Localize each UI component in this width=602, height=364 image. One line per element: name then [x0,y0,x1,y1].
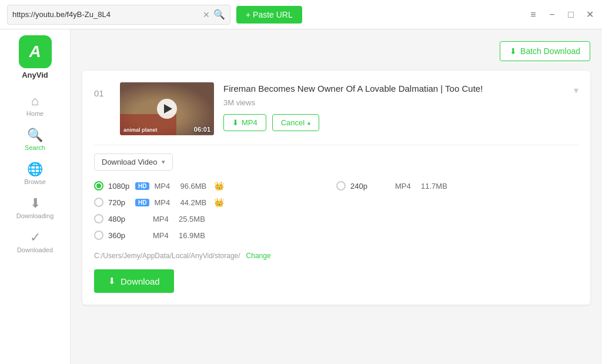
quality-col-right: 240p MP4 11.7MB [336,179,578,242]
video-title: Fireman Becomes New Owner Of A Lovable D… [223,82,564,95]
video-info: Fireman Becomes New Owner Of A Lovable D… [223,82,564,131]
minimize-button[interactable]: − [547,9,557,20]
batch-download-button[interactable]: ⬇ Batch Download [500,41,590,61]
downloading-icon: ⬇ [30,197,41,210]
radio-dot-1080p [96,183,101,188]
quality-row-1080p[interactable]: 1080p HD MP4 96.6MB 👑 [94,179,336,193]
quality-label-240p: 240p [350,182,373,191]
chevron-up-icon: ▴ [307,119,310,126]
thumb-duration: 06:01 [194,126,210,133]
download-btn-label: Download [121,276,160,286]
quality-label-480p: 480p [108,215,131,223]
file-path-row: C:/Users/Jemy/AppData/Local/AnyVid/stora… [94,252,578,260]
quality-label-360p: 360p [108,231,131,240]
search-icon: 🔍 [27,129,43,142]
url-input-wrapper: ✕ 🔍 [7,5,230,25]
radio-1080p[interactable] [94,181,103,191]
file-path-text: C:/Users/Jemy/AppData/Local/AnyVid/stora… [94,252,240,260]
content-area: ⬇ Batch Download 01 animal planet 06:01 [71,29,602,364]
download-btn-icon: ⬇ [108,276,116,286]
quality-grid: 1080p HD MP4 96.6MB 👑 720p HD MP4 [94,179,578,242]
batch-download-label: Batch Download [520,46,580,56]
download-small-icon: ⬇ [232,118,239,127]
sidebar-item-home[interactable]: ⌂ Home [0,89,70,123]
url-input[interactable] [12,10,203,19]
thumb-branding: animal planet [123,127,158,133]
paste-url-button[interactable]: + Paste URL [236,6,302,24]
change-path-link[interactable]: Change [246,252,271,260]
hd-badge-1080p: HD [135,182,149,190]
cancel-button[interactable]: Cancel ▴ [272,114,319,131]
download-options-panel: Download Video ▾ 1080p HD [94,145,578,293]
sidebar: A AnyVid ⌂ Home 🔍 Search 🌐 Browse ⬇ Down… [0,29,71,364]
quality-row-240p[interactable]: 240p MP4 11.7MB [336,179,578,193]
menu-button[interactable]: ≡ [528,9,539,20]
quality-col-left: 1080p HD MP4 96.6MB 👑 720p HD MP4 [94,179,336,242]
quality-label-1080p: 1080p [108,182,131,191]
download-type-label: Download Video [102,158,157,166]
sidebar-item-search[interactable]: 🔍 Search [0,123,70,157]
sidebar-item-downloading[interactable]: ⬇ Downloading [0,191,70,225]
radio-240p[interactable] [336,181,346,191]
radio-480p[interactable] [94,214,103,223]
paste-url-label: + Paste URL [246,10,293,19]
download-type-dropdown[interactable]: Download Video ▾ [94,153,173,171]
video-thumbnail[interactable]: animal planet 06:01 [120,82,214,135]
main-layout: A AnyVid ⌂ Home 🔍 Search 🌐 Browse ⬇ Down… [0,29,602,364]
format-240p: MP4 [395,182,416,191]
batch-download-icon: ⬇ [510,46,517,56]
sidebar-item-downloading-label: Downloading [16,212,54,219]
video-views: 3M views [223,98,564,107]
sidebar-item-downloaded-label: Downloaded [17,246,53,253]
size-720p: 44.2MB [180,198,209,207]
play-triangle-icon [164,104,172,113]
app-name: AnyVid [22,71,48,79]
sidebar-item-search-label: Search [25,144,45,151]
video-header: 01 animal planet 06:01 Fireman Becomes N… [94,82,578,135]
url-clear-button[interactable]: ✕ [203,10,210,19]
video-card: 01 animal planet 06:01 Fireman Becomes N… [82,71,590,305]
url-search-button[interactable]: 🔍 [213,9,225,20]
crown-icon-1080p: 👑 [214,181,224,191]
radio-360p[interactable] [94,231,103,240]
download-button[interactable]: ⬇ Download [94,269,174,293]
download-type-selector: Download Video ▾ [94,153,578,171]
format-360p: MP4 [153,231,174,240]
size-1080p: 96.6MB [180,182,209,191]
logo-letter: A [29,42,41,61]
mp4-label: MP4 [242,118,257,127]
downloaded-icon: ✓ [30,231,41,244]
video-number: 01 [94,82,111,98]
size-240p: 11.7MB [421,182,450,191]
mp4-button[interactable]: ⬇ MP4 [223,114,266,131]
size-360p: 16.9MB [179,231,208,240]
sidebar-item-home-label: Home [26,110,44,117]
format-1080p: MP4 [154,182,175,191]
hd-badge-720p: HD [135,199,149,206]
format-720p: MP4 [154,198,175,207]
crown-icon-720p: 👑 [214,198,224,207]
play-button[interactable] [157,99,177,119]
quality-row-720p[interactable]: 720p HD MP4 44.2MB 👑 [94,195,336,209]
sidebar-item-downloaded[interactable]: ✓ Downloaded [0,225,70,259]
dropdown-arrow-icon: ▾ [162,158,165,166]
home-icon: ⌂ [31,95,39,108]
video-actions: ⬇ MP4 Cancel ▴ [223,114,564,131]
size-480p: 25.5MB [179,215,208,223]
quality-label-720p: 720p [108,198,131,207]
cancel-label: Cancel [281,118,305,127]
maximize-button[interactable]: □ [566,9,576,20]
browse-icon: 🌐 [27,163,43,176]
title-bar: ✕ 🔍 + Paste URL ≡ − □ ✕ [0,0,602,29]
sidebar-item-browse[interactable]: 🌐 Browse [0,157,70,191]
window-controls: ≡ − □ ✕ [528,9,595,20]
close-button[interactable]: ✕ [584,9,595,20]
format-480p: MP4 [153,215,174,223]
info-chevron-icon[interactable]: ▾ [574,82,578,96]
quality-row-360p[interactable]: 360p MP4 16.9MB [94,228,336,242]
quality-row-480p[interactable]: 480p MP4 25.5MB [94,212,336,226]
sidebar-item-browse-label: Browse [24,178,46,185]
app-logo: A [19,35,52,68]
radio-720p[interactable] [94,198,103,207]
